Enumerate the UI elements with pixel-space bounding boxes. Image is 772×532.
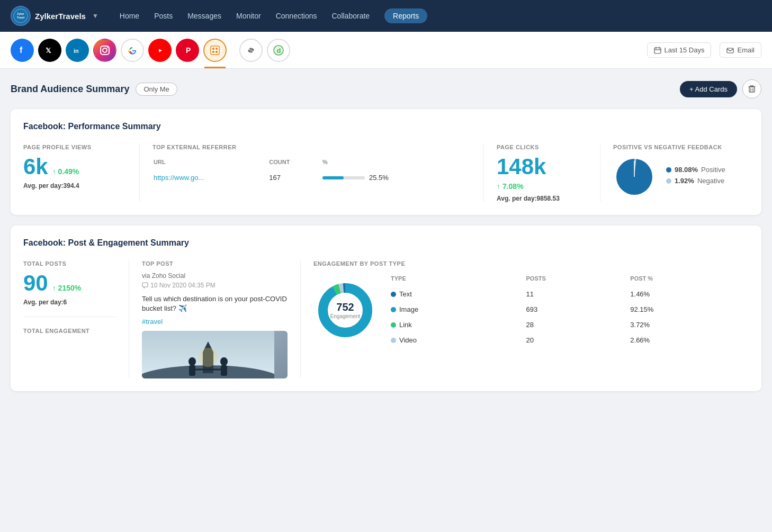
profile-views-label: PAGE PROFILE VIEWS xyxy=(23,144,127,150)
positive-dot xyxy=(666,167,671,173)
svg-rect-37 xyxy=(189,365,195,376)
total-posts-change: ↑ 2150% xyxy=(52,284,81,292)
clicks-avg: Avg. per day:9858.53 xyxy=(497,195,587,202)
engagement-row: Text 11 1.46% xyxy=(391,287,748,301)
svg-text:in: in xyxy=(74,48,79,54)
social-icon-green-d[interactable]: d xyxy=(267,39,290,62)
social-icon-youtube[interactable] xyxy=(148,39,172,62)
brand-logo[interactable]: Zyker Travel ZylkerTravels ▼ xyxy=(11,6,98,26)
svg-rect-30 xyxy=(142,283,148,287)
date-filter-button[interactable]: Last 15 Days xyxy=(647,42,712,58)
nav-reports[interactable]: Reports xyxy=(384,8,427,23)
email-icon xyxy=(726,47,734,54)
top-referrer-section: TOP EXTERNAL REFERRER URL COUNT % https:… xyxy=(140,144,484,202)
type-dot xyxy=(391,322,396,328)
social-icon-facebook[interactable]: f xyxy=(11,39,34,62)
top-post-header: TOP POST xyxy=(142,260,288,267)
negative-label: Negative xyxy=(697,177,724,185)
svg-rect-20 xyxy=(654,48,661,53)
visibility-badge[interactable]: Only Me xyxy=(136,83,177,96)
col-url: URL xyxy=(154,157,268,169)
engagement-by-type-label: ENGAGEMENT BY POST TYPE xyxy=(313,260,749,267)
donut-center: 752 Engagement xyxy=(330,301,361,319)
post-pct: 2.66% xyxy=(630,333,748,347)
totals-section: TOTAL POSTS 90 ↑ 2150% Avg. per day:6 TO… xyxy=(23,260,129,378)
top-post-section: TOP POST via Zoho Social 10 Nov 2020 04:… xyxy=(142,260,301,378)
post-pct: 92.15% xyxy=(630,302,748,317)
nav-collaborate[interactable]: Collaborate xyxy=(332,10,370,22)
col-count: COUNT xyxy=(269,157,321,169)
brand-dropdown-icon[interactable]: ▼ xyxy=(92,12,98,20)
feedback-pie: 98.08% Positive 1.92% Negative xyxy=(613,156,749,198)
social-icon-sheets[interactable] xyxy=(203,39,227,62)
brand-name: ZylkerTravels xyxy=(35,12,86,21)
svg-text:𝕏: 𝕏 xyxy=(46,47,51,55)
nav-connections[interactable]: Connections xyxy=(276,10,317,22)
social-icon-twitter[interactable]: 𝕏 xyxy=(38,39,61,62)
engagement-by-type-section: ENGAGEMENT BY POST TYPE .donut-ring{fill… xyxy=(313,260,749,378)
col-posts: POSTS xyxy=(526,273,629,286)
email-button[interactable]: Email xyxy=(720,42,761,58)
svg-rect-15 xyxy=(216,48,218,50)
type-cell: Image xyxy=(391,305,518,313)
social-icon-pinterest[interactable]: P xyxy=(176,39,199,62)
posts-count: 20 xyxy=(526,333,629,347)
type-name: Text xyxy=(399,290,412,298)
nav-monitor[interactable]: Monitor xyxy=(236,10,261,22)
total-posts-value: 90 xyxy=(23,272,48,294)
table-row: https://www.go... 167 25.5% xyxy=(154,170,470,185)
type-dot xyxy=(391,292,396,297)
social-bar: f 𝕏 in P xyxy=(0,32,772,69)
social-icon-linkedin[interactable]: in xyxy=(66,39,89,62)
delete-button[interactable] xyxy=(742,79,761,98)
post-image-svg xyxy=(142,331,274,378)
add-cards-button[interactable]: + Add Cards xyxy=(680,81,737,97)
clicks-value: 148k xyxy=(497,156,546,178)
pie-chart xyxy=(613,156,656,198)
social-icon-chain[interactable] xyxy=(239,39,263,62)
nav-home[interactable]: Home xyxy=(120,10,139,22)
type-name: Image xyxy=(399,305,418,313)
svg-rect-25 xyxy=(749,87,755,92)
referrer-bar: 25.5% xyxy=(322,174,465,182)
referrer-label: TOP EXTERNAL REFERRER xyxy=(152,144,471,150)
engagement-row: Image 693 92.15% xyxy=(391,302,748,317)
svg-point-7 xyxy=(103,48,107,52)
engagement-row: Video 20 2.66% xyxy=(391,333,748,347)
top-post-time: 10 Nov 2020 04:35 PM xyxy=(142,282,288,289)
type-dot xyxy=(391,307,396,312)
social-icon-instagram[interactable] xyxy=(93,39,116,62)
social-icon-google[interactable] xyxy=(121,39,144,62)
svg-point-41 xyxy=(199,348,218,367)
nav-messages[interactable]: Messages xyxy=(187,10,221,22)
referrer-url[interactable]: https://www.go... xyxy=(154,174,204,182)
col-pct: % xyxy=(322,157,470,169)
top-post-timestamp: 10 Nov 2020 04:35 PM xyxy=(150,282,216,289)
svg-text:Zyker: Zyker xyxy=(17,12,24,15)
feedback-legend: 98.08% Positive 1.92% Negative xyxy=(666,166,725,188)
col-type: TYPE xyxy=(391,273,525,286)
nav-posts[interactable]: Posts xyxy=(154,10,173,22)
svg-rect-16 xyxy=(212,51,214,53)
svg-text:Travel: Travel xyxy=(17,16,25,19)
top-post-tag: #travel xyxy=(142,318,288,326)
positive-pct: 98.08% xyxy=(675,166,698,174)
negative-pct: 1.92% xyxy=(675,177,694,185)
comment-icon xyxy=(142,282,148,288)
top-post-image xyxy=(142,331,288,378)
brand-icon: Zyker Travel xyxy=(11,6,31,26)
navbar: Zyker Travel ZylkerTravels ▼ Home Posts … xyxy=(0,0,772,32)
svg-text:P: P xyxy=(186,46,191,55)
svg-rect-13 xyxy=(211,46,219,55)
page-content: Brand Audience Summary Only Me + Add Car… xyxy=(0,69,772,412)
clicks-change: ↑ 7.08% xyxy=(497,182,524,191)
profile-views-value: 6k xyxy=(23,156,48,178)
clicks-label: PAGE CLICKS xyxy=(497,144,587,150)
engagement-grid: TOTAL POSTS 90 ↑ 2150% Avg. per day:6 TO… xyxy=(23,260,749,378)
engagement-card: Facebook: Post & Engagement Summary TOTA… xyxy=(11,226,761,391)
posts-count: 693 xyxy=(526,302,629,317)
social-bar-actions: Last 15 Days Email xyxy=(647,42,761,58)
referrer-count: 167 xyxy=(269,170,321,185)
engagement-row: Link 28 3.72% xyxy=(391,318,748,332)
type-cell: Text xyxy=(391,290,518,298)
